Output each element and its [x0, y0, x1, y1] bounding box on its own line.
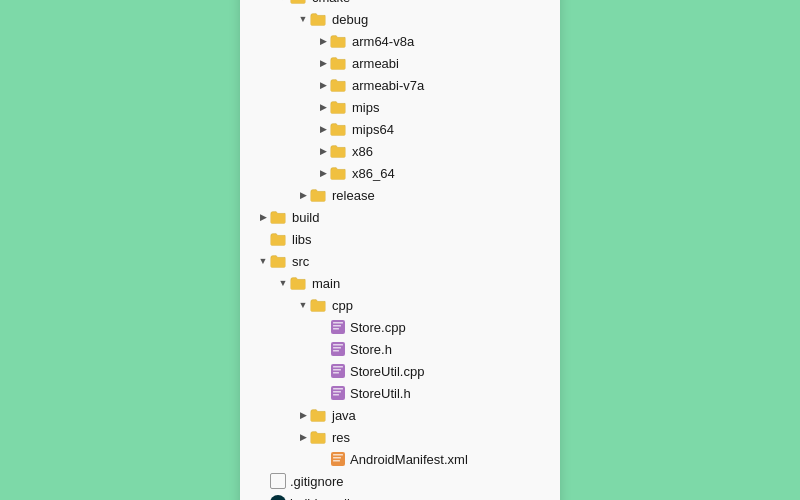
tree-node-Store.h[interactable]: Store.h	[256, 338, 536, 360]
cpp-file-icon	[330, 319, 346, 335]
tree-node-.gitignore[interactable]: .gitignore	[256, 470, 536, 492]
arrow-build[interactable]	[256, 212, 270, 222]
folder-icon	[330, 144, 348, 158]
tree-node-arm64-v8a[interactable]: arm64-v8a	[256, 30, 536, 52]
node-label-build: build	[292, 210, 319, 225]
svg-rect-3	[333, 328, 339, 330]
svg-rect-11	[333, 372, 339, 374]
folder-icon	[310, 12, 328, 26]
node-label-src: src	[292, 254, 309, 269]
folder-icon	[330, 166, 348, 180]
folder-icon	[330, 100, 348, 114]
tree-node-libs[interactable]: libs	[256, 228, 536, 250]
svg-rect-19	[333, 460, 340, 462]
xml-file-icon	[330, 451, 346, 467]
folder-icon	[270, 254, 288, 268]
node-label-armeabi-v7a: armeabi-v7a	[352, 78, 424, 93]
node-label-cmake: cmake	[312, 0, 350, 5]
tree-node-AndroidManifest.xml[interactable]: AndroidManifest.xml	[256, 448, 536, 470]
cpp-file-icon	[330, 385, 346, 401]
svg-rect-14	[333, 391, 341, 393]
cpp-file-icon	[330, 341, 346, 357]
tree-node-StoreUtil.cpp[interactable]: StoreUtil.cpp	[256, 360, 536, 382]
node-label-res: res	[332, 430, 350, 445]
node-label-libs: libs	[292, 232, 312, 247]
tree-node-x86_64[interactable]: x86_64	[256, 162, 536, 184]
tree-node-src[interactable]: src	[256, 250, 536, 272]
arrow-armeabi[interactable]	[316, 58, 330, 68]
node-label-armeabi: armeabi	[352, 56, 399, 71]
svg-rect-15	[333, 394, 339, 396]
tree-node-main[interactable]: main	[256, 272, 536, 294]
arrow-res[interactable]	[296, 432, 310, 442]
folder-icon	[330, 122, 348, 136]
svg-rect-10	[333, 369, 341, 371]
node-label-debug: debug	[332, 12, 368, 27]
svg-rect-7	[333, 350, 339, 352]
node-label-arm64-v8a: arm64-v8a	[352, 34, 414, 49]
arrow-cmake[interactable]	[276, 0, 290, 2]
tree-node-java[interactable]: java	[256, 404, 536, 426]
arrow-x86_64[interactable]	[316, 168, 330, 178]
folder-icon	[270, 232, 288, 246]
folder-icon	[290, 276, 308, 290]
node-label-x86_64: x86_64	[352, 166, 395, 181]
folder-icon	[330, 34, 348, 48]
node-label-mips: mips	[352, 100, 379, 115]
folder-icon	[310, 408, 328, 422]
tree-node-build.gradle[interactable]: G build.gradle	[256, 492, 536, 500]
arrow-debug[interactable]	[296, 14, 310, 24]
tree-node-cmake[interactable]: cmake	[256, 0, 536, 8]
svg-rect-17	[333, 454, 343, 456]
arrow-main[interactable]	[276, 278, 290, 288]
cpp-file-icon	[330, 363, 346, 379]
folder-icon	[330, 78, 348, 92]
tree-node-debug[interactable]: debug	[256, 8, 536, 30]
node-label-.gitignore: .gitignore	[290, 474, 343, 489]
arrow-armeabi-v7a[interactable]	[316, 80, 330, 90]
svg-rect-6	[333, 347, 341, 349]
node-label-release: release	[332, 188, 375, 203]
tree-node-mips64[interactable]: mips64	[256, 118, 536, 140]
folder-icon	[330, 56, 348, 70]
arrow-mips64[interactable]	[316, 124, 330, 134]
svg-rect-18	[333, 457, 341, 459]
tree-node-res[interactable]: res	[256, 426, 536, 448]
node-label-StoreUtil.h: StoreUtil.h	[350, 386, 411, 401]
gitignore-icon	[270, 473, 286, 489]
folder-icon	[290, 0, 308, 4]
node-label-cpp: cpp	[332, 298, 353, 313]
svg-rect-1	[333, 322, 343, 324]
svg-rect-5	[333, 344, 343, 346]
gradle-icon: G	[270, 495, 286, 500]
tree-node-build[interactable]: build	[256, 206, 536, 228]
arrow-x86[interactable]	[316, 146, 330, 156]
node-label-main: main	[312, 276, 340, 291]
arrow-cpp[interactable]	[296, 300, 310, 310]
tree-node-cpp[interactable]: cpp	[256, 294, 536, 316]
tree-node-x86[interactable]: x86	[256, 140, 536, 162]
tree-node-mips[interactable]: mips	[256, 96, 536, 118]
arrow-java[interactable]	[296, 410, 310, 420]
file-tree-panel: .externalNativeBuild cmake debug arm64-v…	[240, 0, 560, 500]
tree-node-armeabi-v7a[interactable]: armeabi-v7a	[256, 74, 536, 96]
node-label-mips64: mips64	[352, 122, 394, 137]
arrow-arm64-v8a[interactable]	[316, 36, 330, 46]
node-label-java: java	[332, 408, 356, 423]
tree-container: .externalNativeBuild cmake debug arm64-v…	[256, 0, 536, 500]
arrow-release[interactable]	[296, 190, 310, 200]
arrow-src[interactable]	[256, 256, 270, 266]
svg-rect-2	[333, 325, 341, 327]
node-label-StoreUtil.cpp: StoreUtil.cpp	[350, 364, 424, 379]
folder-icon	[310, 430, 328, 444]
arrow-mips[interactable]	[316, 102, 330, 112]
folder-icon	[270, 210, 288, 224]
tree-node-StoreUtil.h[interactable]: StoreUtil.h	[256, 382, 536, 404]
node-label-AndroidManifest.xml: AndroidManifest.xml	[350, 452, 468, 467]
node-label-Store.cpp: Store.cpp	[350, 320, 406, 335]
node-label-Store.h: Store.h	[350, 342, 392, 357]
tree-node-release[interactable]: release	[256, 184, 536, 206]
tree-node-Store.cpp[interactable]: Store.cpp	[256, 316, 536, 338]
svg-rect-13	[333, 388, 343, 390]
tree-node-armeabi[interactable]: armeabi	[256, 52, 536, 74]
